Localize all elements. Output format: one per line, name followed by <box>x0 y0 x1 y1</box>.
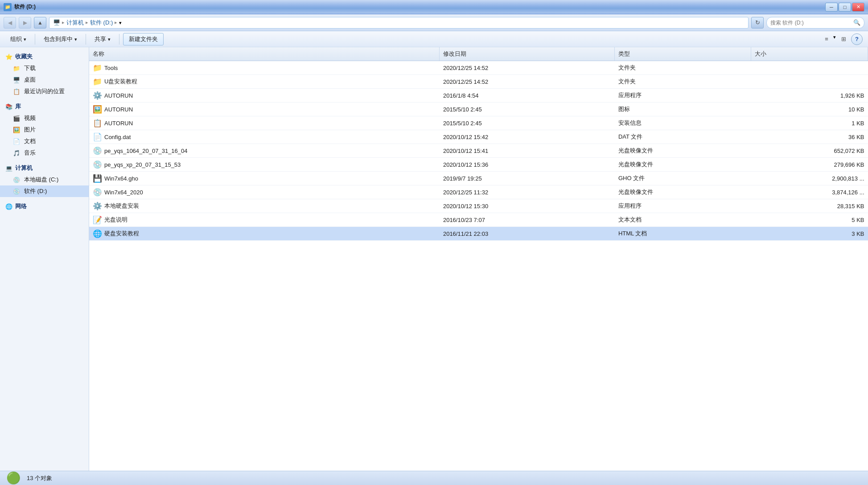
organize-button[interactable]: 组织 <box>5 33 31 45</box>
sidebar-item-drive-c[interactable]: 💿 本地磁盘 (C:) <box>0 174 89 185</box>
file-type-cell: 光盘映像文件 <box>615 144 751 158</box>
table-row[interactable]: 🌐 硬盘安装教程 2016/11/21 22:03 HTML 文档 3 KB <box>89 227 868 241</box>
file-size-cell: 5 KB <box>751 213 868 227</box>
file-row-name: 📝 光盘说明 <box>93 215 436 224</box>
toolbar-separator-3 <box>119 34 119 45</box>
toolbar-separator-1 <box>35 34 35 45</box>
library-icon: 📚 <box>5 103 12 110</box>
file-icon: 💿 <box>93 160 102 169</box>
col-header-name[interactable]: 名称 <box>89 47 440 61</box>
sidebar-item-download[interactable]: 📁 下载 <box>0 62 89 74</box>
sidebar: ⭐ 收藏夹 📁 下载 🖥️ 桌面 📋 最近访问的位置 📚 库 🎬 <box>0 47 89 471</box>
share-button[interactable]: 共享 <box>90 33 115 45</box>
table-row[interactable]: 📁 U盘安装教程 2020/12/25 14:52 文件夹 <box>89 75 868 89</box>
recent-icon: 📋 <box>12 87 21 95</box>
breadcrumb-computer-icon: 🖥️ <box>53 19 60 26</box>
col-header-size[interactable]: 大小 <box>751 47 868 61</box>
file-name-cell: 📁 Tools <box>89 61 440 75</box>
view-dropdown-icon[interactable] <box>833 33 836 45</box>
table-row[interactable]: 📋 AUTORUN 2015/5/10 2:45 安装信息 1 KB <box>89 116 868 130</box>
new-folder-button[interactable]: 新建文件夹 <box>123 33 164 45</box>
file-icon: ⚙️ <box>93 201 102 210</box>
status-count: 13 个对象 <box>27 474 52 482</box>
toolbar: 组织 包含到库中 共享 新建文件夹 ≡ ⊞ ? <box>0 31 868 47</box>
file-name-label: pe_yqs_xp_20_07_31_15_53 <box>104 161 181 168</box>
minimize-button[interactable]: ─ <box>825 3 838 12</box>
file-name-cell: 💿 pe_yqs_1064_20_07_31_16_04 <box>89 144 440 158</box>
table-header-row: 名称 修改日期 类型 大小 <box>89 47 868 61</box>
file-row-name: 🖼️ AUTORUN <box>93 105 436 114</box>
file-size-cell <box>751 61 868 75</box>
view-toggle-button[interactable]: ≡ <box>821 33 832 45</box>
file-row-name: 🌐 硬盘安装教程 <box>93 229 436 238</box>
file-type-cell: GHO 文件 <box>615 172 751 185</box>
file-icon: 📋 <box>93 119 102 127</box>
file-name-cell: 📁 U盘安装教程 <box>89 75 440 89</box>
col-header-date[interactable]: 修改日期 <box>440 47 615 61</box>
file-icon: 🌐 <box>93 229 102 238</box>
up-button[interactable]: ▲ <box>34 17 46 29</box>
refresh-button[interactable]: ↻ <box>751 17 764 29</box>
file-date-cell: 2020/10/12 15:42 <box>440 130 615 144</box>
file-type-cell: 光盘映像文件 <box>615 185 751 199</box>
breadcrumb-sep-2: ▸ <box>86 20 88 25</box>
maximize-button[interactable]: □ <box>839 3 851 12</box>
library-header[interactable]: 📚 库 <box>0 101 89 112</box>
view-buttons: ≡ <box>821 33 836 45</box>
file-name-cell: 📋 AUTORUN <box>89 116 440 130</box>
file-name-cell: 💾 Win7x64.gho <box>89 172 440 185</box>
sidebar-item-recent[interactable]: 📋 最近访问的位置 <box>0 86 89 97</box>
file-size-cell: 28,315 KB <box>751 199 868 213</box>
computer-header[interactable]: 💻 计算机 <box>0 162 89 174</box>
sidebar-item-video[interactable]: 🎬 视频 <box>0 112 89 124</box>
favorites-icon: ⭐ <box>5 53 12 60</box>
table-row[interactable]: 💾 Win7x64.gho 2019/9/7 19:25 GHO 文件 2,90… <box>89 172 868 185</box>
sidebar-item-drive-d[interactable]: 💿 软件 (D:) <box>0 185 89 197</box>
forward-button[interactable]: ▶ <box>19 17 31 29</box>
breadcrumb-drive[interactable]: 软件 (D:) <box>90 19 113 27</box>
col-header-type[interactable]: 类型 <box>615 47 751 61</box>
table-row[interactable]: ⚙️ AUTORUN 2016/1/8 4:54 应用程序 1,926 KB <box>89 89 868 103</box>
file-date-cell: 2016/10/23 7:07 <box>440 213 615 227</box>
search-icon[interactable]: 🔍 <box>853 19 860 26</box>
statusbar: 🟢 13 个对象 <box>0 471 868 485</box>
favorites-header[interactable]: ⭐ 收藏夹 <box>0 51 89 62</box>
music-icon: 🎵 <box>12 149 21 157</box>
file-icon: 📝 <box>93 215 102 224</box>
favorites-label: 收藏夹 <box>15 53 33 61</box>
table-row[interactable]: 🖼️ AUTORUN 2015/5/10 2:45 图标 10 KB <box>89 103 868 116</box>
network-section: 🌐 网络 <box>0 201 89 212</box>
preview-button[interactable]: ⊞ <box>838 33 849 45</box>
table-row[interactable]: 📝 光盘说明 2016/10/23 7:07 文本文档 5 KB <box>89 213 868 227</box>
favorites-section: ⭐ 收藏夹 📁 下载 🖥️ 桌面 📋 最近访问的位置 <box>0 51 89 97</box>
file-row-name: 📄 Config.dat <box>93 132 436 141</box>
breadcrumb-sep-3: ▸ <box>115 20 117 25</box>
drive-c-icon: 💿 <box>12 176 21 184</box>
table-row[interactable]: 📄 Config.dat 2020/10/12 15:42 DAT 文件 36 … <box>89 130 868 144</box>
computer-section: 💻 计算机 💿 本地磁盘 (C:) 💿 软件 (D:) <box>0 162 89 197</box>
file-type-cell: DAT 文件 <box>615 130 751 144</box>
breadcrumb-computer[interactable]: 计算机 <box>66 19 84 27</box>
table-row[interactable]: 💿 Win7x64_2020 2020/12/25 11:32 光盘映像文件 3… <box>89 185 868 199</box>
network-header[interactable]: 🌐 网络 <box>0 201 89 212</box>
library-section: 📚 库 🎬 视频 🖼️ 图片 📄 文档 🎵 音乐 <box>0 101 89 159</box>
sidebar-item-desktop-label: 桌面 <box>24 76 36 84</box>
sidebar-item-documents[interactable]: 📄 文档 <box>0 136 89 147</box>
file-size-cell: 3 KB <box>751 227 868 241</box>
sidebar-item-music[interactable]: 🎵 音乐 <box>0 147 89 159</box>
search-input[interactable] <box>770 20 853 26</box>
table-row[interactable]: 💿 pe_yqs_1064_20_07_31_16_04 2020/10/12 … <box>89 144 868 158</box>
close-button[interactable]: ✕ <box>852 3 864 12</box>
table-row[interactable]: 💿 pe_yqs_xp_20_07_31_15_53 2020/10/12 15… <box>89 158 868 172</box>
back-button[interactable]: ◀ <box>4 17 16 29</box>
file-name-cell: 🖼️ AUTORUN <box>89 103 440 116</box>
sidebar-item-desktop[interactable]: 🖥️ 桌面 <box>0 74 89 86</box>
file-type-cell: 文本文档 <box>615 213 751 227</box>
sidebar-item-pictures[interactable]: 🖼️ 图片 <box>0 124 89 136</box>
file-date-cell: 2016/11/21 22:03 <box>440 227 615 241</box>
help-button[interactable]: ? <box>851 33 863 45</box>
table-row[interactable]: ⚙️ 本地硬盘安装 2020/10/12 15:30 应用程序 28,315 K… <box>89 199 868 213</box>
include-library-button[interactable]: 包含到库中 <box>39 33 82 45</box>
table-row[interactable]: 📁 Tools 2020/12/25 14:52 文件夹 <box>89 61 868 75</box>
breadcrumb-dropdown-icon[interactable] <box>119 19 122 26</box>
